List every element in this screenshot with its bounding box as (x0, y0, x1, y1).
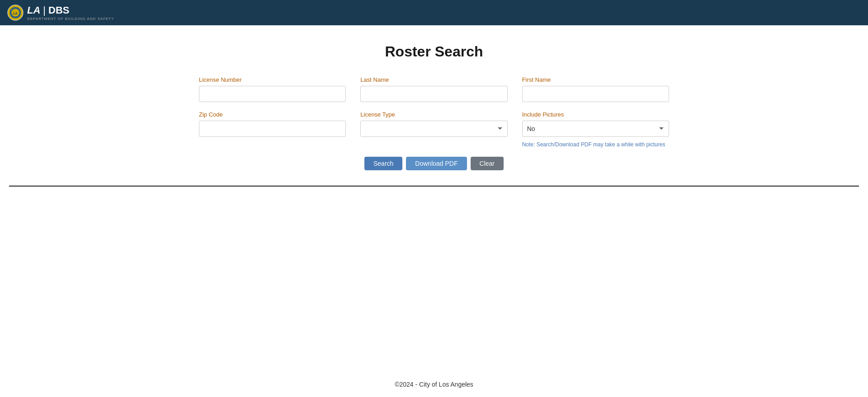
pictures-note: Note: Search/Download PDF may take a whi… (522, 141, 669, 148)
first-name-input[interactable] (522, 86, 669, 102)
last-name-label: Last Name (360, 76, 507, 83)
clear-button[interactable]: Clear (471, 157, 504, 170)
include-pictures-select[interactable]: No Yes (522, 121, 669, 137)
main-content: Roster Search License Number Last Name F… (0, 25, 868, 372)
search-form: License Number Last Name First Name Zip … (199, 76, 669, 181)
zip-code-label: Zip Code (199, 111, 346, 118)
brand-text: LA | DBS Department of Building and Safe… (27, 5, 114, 21)
license-type-select[interactable] (360, 121, 507, 137)
first-name-label: First Name (522, 76, 669, 83)
license-type-label: License Type (360, 111, 507, 118)
site-header: LA LA | DBS Department of Building and S… (0, 0, 868, 25)
download-pdf-button[interactable]: Download PDF (406, 157, 467, 170)
zip-code-group: Zip Code (199, 111, 346, 148)
copyright-text: ©2024 - City of Los Angeles (395, 381, 473, 388)
svg-text:LA: LA (13, 12, 17, 15)
button-row: Search Download PDF Clear (199, 157, 669, 170)
license-number-input[interactable] (199, 86, 346, 102)
brand-dbs: DBS (48, 5, 69, 16)
license-number-label: License Number (199, 76, 346, 83)
page-title: Roster Search (385, 43, 483, 60)
brand-dept-name: Department of Building and Safety (27, 17, 114, 21)
city-seal-icon: LA (7, 5, 24, 21)
last-name-group: Last Name (360, 76, 507, 102)
first-name-group: First Name (522, 76, 669, 102)
form-row-1: License Number Last Name First Name (199, 76, 669, 102)
brand-la: LA (27, 5, 40, 16)
page-footer: ©2024 - City of Los Angeles (0, 372, 868, 397)
search-button[interactable]: Search (364, 157, 402, 170)
last-name-input[interactable] (360, 86, 507, 102)
form-row-2: Zip Code License Type Include Pictures N… (199, 111, 669, 148)
include-pictures-label: Include Pictures (522, 111, 669, 118)
zip-code-input[interactable] (199, 121, 346, 137)
divider (9, 186, 859, 187)
logo-container: LA LA | DBS Department of Building and S… (7, 5, 114, 21)
include-pictures-group: Include Pictures No Yes Note: Search/Dow… (522, 111, 669, 148)
license-number-group: License Number (199, 76, 346, 102)
license-type-group: License Type (360, 111, 507, 148)
